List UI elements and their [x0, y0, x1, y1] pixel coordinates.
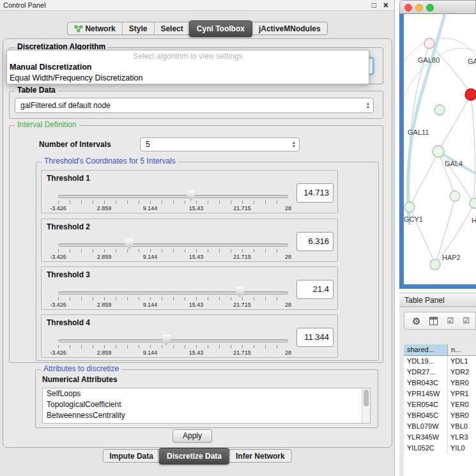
tab-network[interactable]: Network [67, 22, 121, 35]
table-data-select[interactable]: galFiltered.sif default node ▲▼ [15, 98, 374, 113]
slider-track[interactable] [58, 339, 288, 342]
tab-infer-network[interactable]: Infer Network [229, 450, 291, 462]
table-cell[interactable]: YPR1 [448, 388, 476, 399]
table-cell[interactable]: YPR145W [404, 388, 448, 399]
node-label-gal4[interactable]: GAL4 [445, 160, 463, 167]
scrollbar-thumb[interactable] [364, 390, 369, 406]
node-label-hap2[interactable]: HAP2 [442, 254, 461, 261]
column-header-name[interactable]: n... [448, 344, 476, 356]
node-label-partial[interactable]: H [472, 217, 476, 224]
node-label-gal80[interactable]: GAL80 [418, 56, 440, 64]
tick-label: -3.426 [50, 205, 66, 211]
column-header-shared-name[interactable]: shared... [404, 344, 448, 356]
number-of-intervals-select[interactable]: 5 ▲▼ [140, 137, 300, 151]
threshold-2-slider[interactable]: -3.426 2.859 9.144 15.43 21.715 28 [58, 238, 288, 260]
tab-cyni-toolbox[interactable]: Cyni Toolbox [189, 20, 252, 37]
list-item[interactable]: SelfLoops [43, 388, 370, 399]
slider-track[interactable] [58, 291, 288, 295]
network-node[interactable] [450, 191, 460, 201]
select-all-columns-icon[interactable]: ☑ [447, 317, 454, 325]
node-label-gcy1[interactable]: GCY1 [404, 215, 423, 223]
tab-style[interactable]: Style [122, 22, 154, 35]
network-node[interactable] [434, 105, 445, 115]
tab-impute-data[interactable]: Impute Data [103, 450, 160, 462]
table-cell[interactable]: YDL19... [404, 356, 448, 367]
float-window-icon[interactable]: □ [372, 1, 376, 10]
tab-jactivemnodules[interactable]: jActiveMNodules [252, 22, 327, 35]
table-cell[interactable]: YDR27... [404, 367, 448, 378]
table-row[interactable]: YPR145WYPR1 [404, 388, 476, 399]
threshold-4-slider[interactable]: -3.426 2.859 9.144 15.43 21.715 28 [58, 334, 288, 356]
table-cell[interactable]: YBR043C [404, 378, 448, 388]
threshold-3-slider[interactable]: -3.426 2.859 9.144 15.43 21.715 28 [58, 286, 288, 308]
close-traffic-light-icon[interactable] [404, 4, 412, 12]
table-row[interactable]: YLR345WYLR3 [404, 432, 476, 443]
slider-thumb[interactable] [162, 335, 171, 346]
table-cell[interactable]: YBL0 [448, 421, 476, 432]
slider-thumb[interactable] [187, 190, 195, 201]
slider-thumb[interactable] [236, 287, 244, 298]
threshold-value-field[interactable]: 6.316 [296, 232, 334, 251]
gear-icon[interactable]: ⚙ [412, 316, 420, 326]
table-row[interactable]: YIL052CYIL0 [404, 443, 476, 454]
node-label-partial[interactable]: GA [468, 58, 476, 65]
table-cell[interactable]: YDR2 [448, 367, 476, 378]
zoom-traffic-light-icon[interactable] [426, 4, 434, 12]
table-cell[interactable]: YLR345W [404, 432, 448, 443]
table-cell[interactable]: YER054C [404, 399, 448, 410]
table-row[interactable]: YDL19...YDL1 [404, 356, 476, 367]
table-row[interactable]: YDR27...YDR2 [404, 367, 476, 378]
threshold-1-slider[interactable]: -3.426 2.859 9.144 15.43 21.715 28 [58, 190, 288, 211]
network-node[interactable] [433, 146, 444, 157]
threshold-label: Threshold 2 [47, 222, 90, 231]
minimize-traffic-light-icon[interactable] [415, 4, 423, 12]
table-cell[interactable]: YDL1 [448, 356, 476, 367]
threshold-3-panel: Threshold 3 -3.426 2.859 9.144 15.43 21.… [41, 266, 338, 310]
tab-discretize-data[interactable]: Discretize Data [159, 448, 229, 464]
table-row[interactable]: YBL079WYBL0 [404, 421, 476, 432]
slider-track[interactable] [58, 195, 288, 198]
table-row[interactable]: YBR045CYBR0 [404, 410, 476, 421]
close-window-icon[interactable]: × [383, 0, 388, 10]
dropdown-option-equal-width-frequency[interactable]: Equal Width/Frequency Discretization [7, 73, 369, 84]
select-visible-columns-icon[interactable]: ☑ [463, 317, 470, 325]
list-item[interactable]: BetweennessCentrality [43, 410, 370, 421]
network-node[interactable] [404, 202, 415, 212]
dropdown-option-manual-discretization[interactable]: Manual Discretization [7, 62, 369, 73]
table-cell[interactable]: YLR3 [448, 432, 476, 443]
network-node[interactable] [430, 259, 440, 270]
apply-button[interactable]: Apply [173, 429, 212, 443]
tab-label: Select [160, 24, 183, 33]
network-node[interactable] [424, 38, 434, 49]
threshold-value-field[interactable]: 21.4 [296, 280, 334, 299]
threshold-value-field[interactable]: 14.713 [296, 183, 334, 203]
table-cell[interactable]: YBR0 [448, 410, 476, 421]
list-scrollbar[interactable] [362, 388, 370, 423]
table-cell[interactable]: YBR045C [404, 410, 448, 421]
combo-arrows-icon: ▲▼ [363, 102, 373, 109]
table-cell[interactable]: YBL079W [404, 421, 448, 432]
tab-select[interactable]: Select [153, 22, 189, 35]
network-node[interactable] [470, 198, 476, 208]
network-node-selected[interactable] [465, 89, 476, 100]
threshold-value-field[interactable]: 11.344 [296, 328, 334, 347]
network-window-titlebar[interactable] [399, 0, 476, 14]
table-header-row: shared... n... [404, 344, 476, 356]
network-canvas[interactable]: GAL80 GA GAL11 GAL4 GCY1 HAP2 H [404, 14, 476, 284]
table-cell[interactable]: YER0 [448, 399, 476, 410]
slider-tick-marks [58, 345, 288, 348]
node-label-gal11[interactable]: GAL11 [408, 128, 429, 136]
slider-track[interactable] [58, 243, 288, 247]
table-columns-icon[interactable] [429, 317, 438, 325]
table-cell[interactable]: YBR0 [448, 378, 476, 388]
table-row[interactable]: YBR043CYBR0 [404, 378, 476, 388]
table-row[interactable]: YER054CYER0 [404, 399, 476, 410]
slider-thumb[interactable] [125, 239, 134, 250]
table-cell[interactable]: YIL0 [448, 443, 476, 454]
network-graph[interactable] [404, 14, 476, 284]
table-panel-titlebar[interactable]: Table Panel [399, 293, 476, 307]
network-view-window: GAL80 GA GAL11 GAL4 GCY1 HAP2 H [399, 0, 476, 289]
list-item[interactable]: TopologicalCoefficient [43, 399, 370, 410]
numerical-attributes-list[interactable]: SelfLoops TopologicalCoefficient Between… [42, 388, 371, 424]
table-cell[interactable]: YIL052C [404, 443, 448, 454]
